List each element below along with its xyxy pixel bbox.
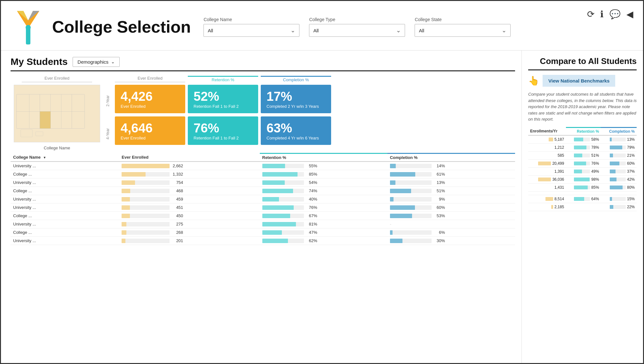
main-data-table: College Name ▼ Ever Enrolled Retention %…	[11, 153, 515, 245]
comp-retention-cell	[566, 203, 601, 211]
chat-icon[interactable]: 💬	[609, 9, 621, 20]
comp-retention-cell: 78%	[566, 143, 601, 151]
college-name-map-label: College Name	[44, 146, 70, 150]
svg-rect-11	[72, 94, 85, 111]
sort-icon: ▼	[43, 156, 46, 159]
demographics-dropdown[interactable]: Demographics ⌄	[73, 57, 120, 67]
comp-enrollments-cell: 1,431	[528, 183, 566, 191]
retention-cell: 47%	[260, 228, 387, 237]
comp-retention-cell: 64%	[566, 195, 601, 203]
comp-enrollments-cell: 8,514	[528, 195, 566, 203]
table-row: University ... 2,662 55% 14%	[11, 162, 515, 170]
svg-rect-6	[16, 94, 29, 111]
enrolled-cell: 2,662	[119, 162, 259, 170]
th-retention: Retention %	[260, 154, 387, 162]
retention-cell: 62%	[260, 237, 387, 245]
enrolled-cell: 1,332	[119, 170, 259, 178]
retention-cell: 67%	[260, 212, 387, 220]
table-row: University ... 459 40% 9%	[11, 195, 515, 203]
right-panel: Compare to All Students 👆 View National …	[521, 51, 643, 363]
chevron-down-icon: ⌄	[111, 59, 115, 64]
college-state-label: College State	[415, 17, 511, 22]
svg-rect-7	[29, 94, 40, 111]
college-name-cell: University ...	[11, 237, 119, 245]
compare-table-row: 1,391 49% 37%	[528, 167, 637, 175]
comp-enrollments-cell: 20,499	[528, 159, 566, 167]
chevron-down-icon: ⌄	[290, 27, 295, 34]
left-panel: My Students Demographics ⌄ Ever Enrolled	[1, 51, 521, 363]
comp-completion-cell: 21%	[601, 151, 637, 159]
comp-enrollments-cell: 1,212	[528, 143, 566, 151]
retention-cell: 74%	[260, 187, 387, 195]
table-row: University ... 451 76% 60%	[11, 203, 515, 212]
four-year-label: 4-Year	[103, 121, 112, 147]
comp-enrollments-cell: 585	[528, 151, 566, 159]
page-title: College Selection	[52, 17, 191, 36]
comp-retention-cell: 58%	[566, 135, 601, 144]
college-type-label: College Type	[309, 17, 405, 22]
college-name-cell: University ...	[11, 162, 119, 170]
svg-rect-15	[51, 111, 61, 128]
svg-rect-16	[61, 111, 72, 128]
table-row: University ... 754 54% 13%	[11, 178, 515, 187]
section-divider	[11, 70, 515, 71]
comp-completion-cell: 80%	[601, 183, 637, 191]
compare-table-row: 1,212 78% 79%	[528, 143, 637, 151]
comp-enrollments-cell: 5,187	[528, 135, 566, 144]
college-name-cell: University ...	[11, 220, 119, 228]
kpi-4year-retention: 76% Retention Fall 1 to Fall 2	[188, 116, 258, 145]
th-college-name: College Name ▼	[11, 154, 119, 162]
comp-retention-cell: 76%	[566, 159, 601, 167]
college-type-filter: College Type All ⌄	[309, 17, 405, 37]
enrolled-cell: 450	[119, 212, 259, 220]
comp-completion-cell: 13%	[601, 135, 637, 144]
comp-retention-cell: 98%	[566, 175, 601, 183]
hand-pointer-icon: 👆	[528, 75, 539, 86]
refresh-icon[interactable]: ⟳	[587, 9, 594, 20]
college-name-cell: University ...	[11, 195, 119, 203]
college-state-select[interactable]: All ⌄	[415, 24, 511, 37]
th-comp-retention: Retention %	[566, 127, 601, 135]
back-icon[interactable]: ◀	[626, 9, 633, 20]
comp-retention-cell: 49%	[566, 167, 601, 175]
completion-cell: -	[387, 220, 515, 228]
view-national-benchmarks-button[interactable]: View National Benchmarks	[543, 75, 615, 87]
completion-cell: 13%	[387, 178, 515, 187]
retention-cell: 54%	[260, 178, 387, 187]
svg-rect-10	[61, 94, 72, 111]
compare-table-row: 585 51% 21%	[528, 151, 637, 159]
data-table-area: College Name ▼ Ever Enrolled Retention %…	[11, 153, 515, 363]
college-name-select[interactable]: All ⌄	[203, 24, 299, 37]
enrolled-cell: 754	[119, 178, 259, 187]
compare-divider	[528, 69, 637, 70]
college-type-select[interactable]: All ⌄	[309, 24, 405, 37]
svg-rect-18	[21, 130, 33, 137]
filters-area: College Name All ⌄ College Type All ⌄ Co…	[203, 17, 633, 37]
retention-cell: 85%	[260, 170, 387, 178]
svg-rect-8	[40, 94, 51, 111]
college-name-cell: College ...	[11, 228, 119, 237]
completion-cell: 30%	[387, 237, 515, 245]
compare-table-row: 5,187 58% 13%	[528, 135, 637, 144]
th-enrollments: Enrollments/Yr	[528, 127, 566, 135]
comp-retention-cell	[566, 191, 601, 195]
chevron-down-icon: ⌄	[396, 27, 401, 34]
retention-cell: 40%	[260, 195, 387, 203]
svg-point-4	[26, 25, 31, 30]
comp-completion-cell: 37%	[601, 167, 637, 175]
kpi-2year-enrolled: 4,426 Ever Enrolled	[115, 85, 185, 113]
compare-table-row: 8,514 64% 15%	[528, 195, 637, 203]
table-row: University ... 275 81% -	[11, 220, 515, 228]
svg-rect-17	[72, 111, 85, 128]
completion-cell: 60%	[387, 203, 515, 212]
info-icon[interactable]: ℹ	[600, 9, 604, 20]
svg-rect-19	[36, 132, 43, 136]
comp-completion-cell: 42%	[601, 175, 637, 183]
svg-rect-20	[40, 111, 51, 128]
enrolled-col-header: Ever Enrolled	[115, 76, 185, 82]
table-row: College ... 450 67% 53%	[11, 212, 515, 220]
main-content: My Students Demographics ⌄ Ever Enrolled	[1, 51, 643, 363]
completion-cell: 9%	[387, 195, 515, 203]
comp-enrollments-cell: 1,391	[528, 167, 566, 175]
retention-cell: 55%	[260, 162, 387, 170]
